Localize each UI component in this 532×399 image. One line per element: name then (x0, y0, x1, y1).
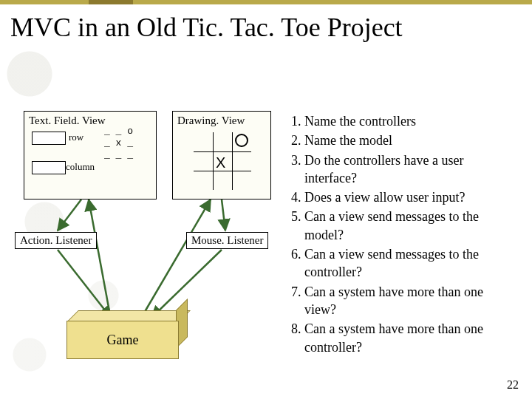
drawing-view-label: Drawing. View (173, 112, 270, 127)
list-item: Does a view allow user input? (304, 188, 516, 206)
list-item: Name the controllers (304, 112, 516, 130)
slide-title: MVC in an Old Tic. Tac. Toe Project (10, 13, 403, 43)
drawing-view-panel: Drawing. View X (172, 111, 271, 200)
questions-list: Name the controllers Name the model Do t… (287, 112, 516, 358)
text-board: _ _ o _ x _ _ _ _ (104, 126, 133, 161)
top-accent-bar (0, 0, 532, 4)
column-label: column (66, 161, 95, 173)
list-item: Do the controllers have a user interface… (304, 151, 516, 188)
slide-number: 22 (507, 378, 519, 392)
list-item: Can a view send messages to the model? (304, 208, 516, 244)
action-listener-box: Action. Listener (15, 232, 97, 249)
list-item: Can a system have more than one controll… (304, 320, 516, 356)
game-model-box: Game (66, 310, 177, 358)
list-item: Can a system have more than one view? (304, 283, 516, 319)
column-input[interactable] (32, 161, 66, 174)
drawing-grid[interactable]: X (194, 132, 251, 190)
row-label: row (69, 132, 83, 143)
row-input[interactable] (32, 132, 66, 145)
x-mark-icon: X (216, 154, 225, 171)
game-label: Game (66, 321, 179, 359)
list-item: Name the model (304, 132, 516, 149)
o-mark-icon (235, 134, 248, 147)
text-field-view-body: row column _ _ o _ x _ _ _ _ (24, 127, 156, 198)
text-field-view-label: Text. Field. View (24, 112, 156, 127)
text-field-view-panel: Text. Field. View row column _ _ o _ x _… (24, 111, 157, 200)
list-item: Can a view send messages to the controll… (304, 245, 516, 282)
mouse-listener-box: Mouse. Listener (186, 232, 268, 249)
